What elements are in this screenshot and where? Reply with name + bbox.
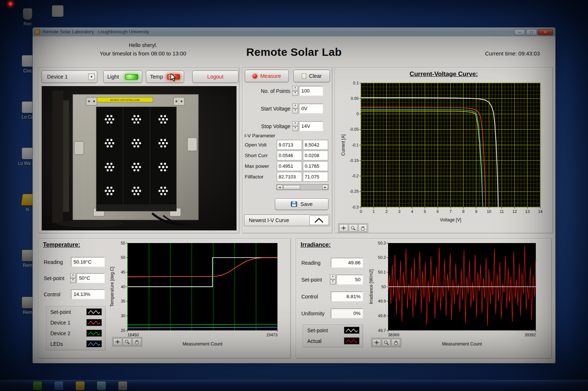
iv-curve-graph[interactable]: 0.10.050-0.05-0.1-0.15-0.2-0.25-0.301234… — [340, 79, 546, 225]
pan-hand-tool-icon[interactable] — [132, 338, 141, 345]
stop-voltage-spinner[interactable] — [293, 121, 298, 131]
legend-row[interactable]: Set-point — [303, 325, 363, 336]
reading-label: Reading — [301, 260, 320, 266]
scrollbar-thumb[interactable] — [283, 185, 300, 189]
spin-down-icon[interactable] — [293, 91, 298, 96]
points-spinner[interactable] — [293, 86, 298, 96]
spin-up-icon[interactable] — [293, 86, 298, 91]
irradiance-graph-tools[interactable] — [371, 338, 401, 347]
start-voltage-value[interactable]: 0V — [299, 104, 323, 113]
minimize-button[interactable] — [514, 29, 525, 35]
svg-text:14: 14 — [538, 209, 542, 214]
row-label: Max power — [245, 161, 276, 171]
legend-swatch[interactable] — [86, 319, 102, 326]
svg-text:0.05: 0.05 — [351, 96, 359, 101]
device-select[interactable]: Device 1 ▾ — [42, 70, 97, 83]
maximize-button[interactable] — [526, 29, 537, 35]
irradiance-setpoint-value[interactable]: 50 — [336, 275, 363, 285]
svg-text:13: 13 — [525, 209, 530, 214]
desktop-icon-app[interactable] — [46, 5, 69, 18]
taskbar-item-icon[interactable] — [76, 381, 85, 390]
svg-text:0: 0 — [356, 112, 359, 116]
row-label: Fillfactor — [245, 171, 276, 182]
zoom-tool-icon[interactable] — [123, 338, 132, 345]
window-titlebar[interactable]: Remote Solar Laboratory - Loughborough U… — [33, 28, 555, 36]
legend-swatch[interactable] — [86, 340, 102, 347]
uniformity-label: Uniformity — [301, 311, 325, 316]
dropdown-arrow-icon[interactable]: ▾ — [88, 73, 95, 80]
iv-table-scrollbar[interactable] — [276, 184, 329, 190]
legend-row[interactable]: Actual — [303, 336, 363, 346]
irradiance-graph[interactable]: 49.749.849.95050.150.250.33836939392Meas… — [368, 240, 540, 349]
legend-swatch[interactable] — [86, 308, 102, 315]
close-button[interactable] — [538, 29, 553, 35]
irradiance-setpoint-spinner[interactable] — [330, 275, 336, 285]
legend-swatch[interactable] — [86, 330, 102, 337]
zoom-tool-icon[interactable] — [349, 224, 358, 232]
pan-hand-tool-icon[interactable] — [391, 339, 400, 346]
legend-row[interactable]: Set-point — [46, 307, 105, 317]
svg-text:4: 4 — [411, 209, 413, 214]
svg-text:Current [A]: Current [A] — [341, 134, 346, 156]
pan-hand-tool-icon[interactable] — [358, 224, 367, 232]
curve-chevron-icon[interactable] — [309, 216, 329, 225]
irradiance-control-value: 8.81% — [331, 292, 363, 301]
legend-row[interactable]: Device 2 — [46, 328, 105, 338]
svg-text:49.9: 49.9 — [378, 299, 386, 303]
legend-swatch[interactable] — [344, 327, 359, 334]
spin-down-icon[interactable] — [330, 280, 336, 285]
temperature-setpoint-value[interactable]: 50°C — [76, 273, 105, 283]
taskbar[interactable] — [0, 380, 588, 391]
scrollbar-track[interactable] — [300, 185, 322, 190]
spin-down-icon[interactable] — [70, 278, 76, 283]
scroll-right-icon[interactable] — [322, 185, 328, 190]
points-value[interactable]: 100 — [299, 86, 323, 96]
temperature-graph[interactable]: 253035404550551845019473Measurement Coun… — [109, 240, 282, 349]
temperature-setpoint-spinner[interactable] — [70, 273, 76, 283]
spin-up-icon[interactable] — [330, 275, 336, 280]
legend-swatch[interactable] — [344, 337, 359, 344]
logout-button[interactable]: Logout — [192, 70, 239, 83]
temp-toggle-button[interactable]: Temp — [146, 70, 184, 83]
spin-down-icon[interactable] — [293, 109, 298, 114]
measure-record-icon — [252, 74, 257, 79]
module-label: MONO CRYSTALLINE — [110, 98, 140, 102]
temperature-graph-tools[interactable] — [112, 337, 142, 347]
iv-chart-title: Current-Voltage Curve: — [335, 70, 552, 78]
table-cell: 0.0208 — [303, 151, 328, 160]
taskbar-item-icon[interactable] — [54, 381, 63, 390]
legend-row[interactable]: LEDs — [46, 338, 105, 349]
crosshair-tool-icon[interactable] — [339, 224, 348, 232]
scroll-left-icon[interactable] — [277, 185, 283, 190]
spin-up-icon[interactable] — [70, 273, 76, 278]
taskbar-item-icon[interactable] — [33, 381, 42, 390]
desktop-icon-label: Rec — [16, 21, 39, 26]
spin-up-icon[interactable] — [293, 104, 298, 109]
light-toggle-button[interactable]: Light — [103, 70, 142, 83]
zoom-tool-icon[interactable] — [382, 339, 391, 346]
crosshair-tool-icon[interactable] — [372, 339, 381, 346]
taskbar-item-icon[interactable] — [118, 381, 127, 390]
save-button[interactable]: Save — [275, 198, 329, 210]
desktop-icon-recycle-bin[interactable]: Rec — [16, 8, 39, 26]
svg-text:2: 2 — [386, 209, 388, 214]
crosshair-tool-icon[interactable] — [113, 338, 122, 345]
stop-voltage-value[interactable]: 14V — [299, 121, 323, 131]
spin-up-icon[interactable] — [293, 121, 298, 126]
iv-graph-tools[interactable] — [338, 223, 368, 233]
irradiance-legend: Set-point Actual — [303, 325, 363, 347]
measure-button[interactable]: Measure — [245, 70, 289, 82]
svg-text:50: 50 — [121, 255, 125, 260]
legend-row[interactable]: Device 1 — [46, 317, 105, 328]
curve-selector[interactable]: Newest I-V Curve — [244, 214, 330, 226]
start-voltage-spinner[interactable] — [293, 104, 298, 113]
svg-text:0.1: 0.1 — [353, 81, 359, 85]
clear-button[interactable]: Clear — [293, 70, 330, 82]
taskbar-item-icon[interactable] — [97, 381, 106, 390]
svg-text:50: 50 — [381, 285, 386, 289]
device-select-label: Device 1 — [47, 74, 68, 80]
clear-label: Clear — [309, 73, 322, 79]
legend-label: Set-point — [307, 327, 328, 333]
app-icon — [22, 250, 33, 261]
spin-down-icon[interactable] — [293, 126, 298, 131]
